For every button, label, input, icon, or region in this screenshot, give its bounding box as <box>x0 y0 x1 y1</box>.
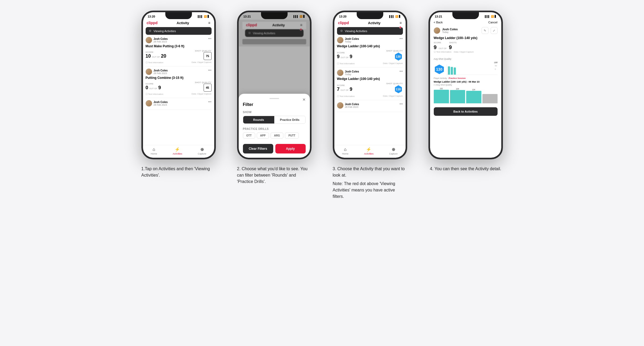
viewing-banner-1[interactable]: ⚙ Viewing Activities <box>146 27 212 35</box>
bar-rect-4-3 <box>466 91 481 103</box>
test-info-1-2: ⓘ Test Information <box>146 93 163 96</box>
clear-filters-btn-2[interactable]: Clear Filters <box>243 144 273 153</box>
card-header-1-3: Josh Coles 28 Feb 2023 ••• <box>146 100 212 106</box>
user-name-1-1: Josh Coles <box>154 37 168 40</box>
y-labels-4: 100 50 0 <box>495 61 498 70</box>
more-options-1-2[interactable]: ••• <box>208 69 212 72</box>
expand-btn-4[interactable]: ⤢ <box>491 27 498 34</box>
card-user-3-2: Josh Coles Today <box>337 70 359 76</box>
practice-btn-2[interactable]: Practice Drills <box>274 116 305 123</box>
activities-icon-1: ⚡ <box>175 147 180 152</box>
drill-tag-putt[interactable]: PUTT <box>285 133 299 139</box>
activity-card-1-3[interactable]: Josh Coles 28 Feb 2023 ••• <box>146 100 212 110</box>
mini-bar-4-3 <box>454 67 456 75</box>
shots-val-3-2: 9 <box>350 87 352 92</box>
user-info-1-3: Josh Coles 28 Feb 2023 <box>154 101 168 106</box>
card-title-1-2: Putting Combine (3-15 ft) <box>146 76 212 80</box>
drill-tag-ott[interactable]: OTT <box>243 133 255 139</box>
bar-rect-4-4 <box>482 94 498 103</box>
bar-col-4-1: 132 <box>434 88 449 103</box>
detail-user-info-4: Josh Coles Today <box>442 28 458 33</box>
detail-date-4: Today <box>442 31 458 33</box>
show-label-2: Show <box>243 111 306 114</box>
battery-icon-4: ▋ <box>495 15 496 18</box>
signal-icon-3: ▌▌▌ <box>389 15 394 18</box>
avatar-3-1 <box>337 37 343 43</box>
phone-4: 13:21 ▌▌▌ 🛜 ▋ < Back Cancel <box>428 11 503 159</box>
data-source-3-2: Data: Clippd Capture <box>383 95 403 98</box>
modal-footer-2: Clear Filters Apply <box>243 144 306 153</box>
nav-activities-3[interactable]: ⚡ Activities <box>364 147 374 155</box>
test-info-3-1: ⓘ Test Information <box>337 62 355 65</box>
hamburger-icon-1[interactable]: ≡ <box>208 21 210 25</box>
nav-activities-1[interactable]: ⚡ Activities <box>173 147 182 155</box>
bar-chart-full-4: Wedge Ladder (100–140 yds) - 06 Mar 23 •… <box>434 80 498 104</box>
drill-tag-arg[interactable]: ARG <box>271 133 283 139</box>
activity-card-1-1[interactable]: Josh Coles 28 Feb 2023 ••• Must Make Put… <box>146 37 212 66</box>
nav-capture-1[interactable]: ⊕ Capture <box>198 147 206 155</box>
score-label-3-1: Score <box>337 52 352 54</box>
rounds-btn-2[interactable]: Rounds <box>243 116 274 123</box>
quality-label-1-2: Shot Quality <box>195 81 211 84</box>
app-logo-1: clippd <box>147 21 158 25</box>
activity-card-3-2[interactable]: Josh Coles Today ••• Wedge Ladder (100-1… <box>337 70 403 100</box>
activities-label-1: Activities <box>173 152 182 155</box>
back-to-activities-btn-4[interactable]: Back to Activities <box>434 107 498 116</box>
practice-session-link-4[interactable]: Practice Session <box>449 77 466 79</box>
bottom-nav-1: ⌂ Home ⚡ Activities ⊕ Capture <box>143 145 214 158</box>
user-name-3-1: Josh Coles <box>345 37 359 40</box>
bar-val-4-1: 132 <box>440 88 443 89</box>
y-label-50: 50 <box>495 65 498 67</box>
score-label-1-1: Score <box>146 51 166 53</box>
activity-card-3-1[interactable]: Josh Coles Today ••• Wedge Ladder (100-1… <box>337 37 403 67</box>
viewing-banner-3[interactable]: ⚙ Viewing Activities <box>337 27 403 35</box>
user-date-1-2: 28 Feb 2023 <box>154 72 168 75</box>
modal-close-2[interactable]: ✕ <box>302 97 306 102</box>
more-options-1-1[interactable]: ••• <box>208 37 212 41</box>
quality-val-1-2: 45 <box>204 84 212 92</box>
card-footer-1-1: ⓘ Test Information Data: Clippd Capture <box>146 61 212 64</box>
nav-capture-3[interactable]: ⊕ Capture <box>389 147 398 155</box>
hamburger-icon-3[interactable]: ≡ <box>399 21 402 25</box>
activity-card-1-2[interactable]: Josh Coles 28 Feb 2023 ••• Putting Combi… <box>146 69 212 98</box>
edit-btn-4[interactable]: ✎ <box>482 27 489 34</box>
battery-icon-3: ▋ <box>399 15 401 18</box>
status-icons-3: ▌▌▌ 🛜 ▋ <box>389 15 401 18</box>
screen-content-3: Josh Coles Today ••• Wedge Ladder (100-1… <box>334 37 406 145</box>
card-user-1-2: Josh Coles 28 Feb 2023 <box>146 69 168 75</box>
back-btn-4[interactable]: < Back <box>434 21 443 24</box>
more-options-3-1[interactable]: ••• <box>399 37 403 41</box>
quality-label-3-2: Shot Quality <box>386 82 403 85</box>
more-options-3-3[interactable]: ••• <box>399 102 403 106</box>
user-date-3-2: Today <box>345 73 359 76</box>
more-options-3-2[interactable]: ••• <box>399 70 403 73</box>
detail-actions-4: ✎ ⤢ <box>482 27 498 34</box>
more-options-1-3[interactable]: ••• <box>208 100 212 104</box>
nav-home-3[interactable]: ⌂ Home <box>342 147 348 155</box>
card-footer-3-1: ⓘ Test Information Data: Clippd Capture <box>337 62 403 65</box>
chart-container-4: 130 130 100 50 0 <box>434 61 498 75</box>
mini-bar-4-2 <box>451 67 453 75</box>
step-3-column: 13:20 ▌▌▌ 🛜 ▋ clippd Activity ≡ ⚙ Viewin… <box>327 11 413 202</box>
apply-btn-2[interactable]: Apply <box>275 144 306 153</box>
user-name-1-3: Josh Coles <box>154 101 168 104</box>
drill-tag-app[interactable]: APP <box>257 133 269 139</box>
activity-card-3-3[interactable]: Josh Coles 28 Feb 2023 ••• <box>337 102 403 112</box>
user-date-1-1: 28 Feb 2023 <box>154 40 168 43</box>
card-title-3-1: Wedge Ladder (100-140 yds) <box>337 44 403 48</box>
detail-score-4: 9 <box>434 44 437 50</box>
phone-screen-2: 13:21 ▌▌▌ 🛜 ▋ clippd Activity ≡ ⚙ <box>239 12 310 158</box>
data-source-1-2: Data: Clippd Capture <box>192 93 212 96</box>
bar-col-4-4 <box>482 88 498 103</box>
bar-chart-subtitle-4: •·• Avg Shot Quality <box>434 84 498 86</box>
signal-icon: ▌▌▌ <box>198 15 203 18</box>
user-name-3-3: Josh Coles <box>345 103 359 106</box>
out-of-3-1: OUT OF <box>341 56 349 59</box>
user-date-1-3: 28 Feb 2023 <box>154 104 168 106</box>
nav-home-1[interactable]: ⌂ Home <box>151 147 157 155</box>
cancel-btn-4[interactable]: Cancel <box>488 21 497 24</box>
score-val-1-2: 0 <box>146 85 148 91</box>
phone-screen-1: 13:20 ▌▌▌ 🛜 ▋ clippd Activity ≡ ⚙ Vie <box>143 12 214 158</box>
user-name-3-2: Josh Coles <box>345 70 359 73</box>
hex-badge-3-2: 118 <box>394 85 403 94</box>
